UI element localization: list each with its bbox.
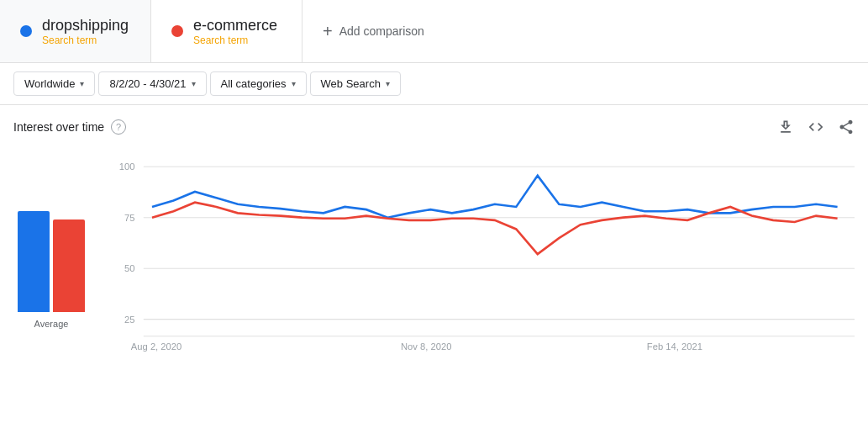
add-comparison-button[interactable]: + Add comparison xyxy=(302,0,445,62)
search-type-filter-label: Web Search xyxy=(321,77,381,90)
region-filter[interactable]: Worldwide ▾ xyxy=(13,71,95,96)
chart-svg: 100 75 50 25 Aug 2, 2020 Nov 8, 2020 Feb… xyxy=(109,149,855,354)
chart-area: Average 100 75 50 25 xyxy=(0,142,868,361)
plus-icon: + xyxy=(323,22,333,41)
legend-average-label: Average xyxy=(34,319,69,329)
search-type-filter[interactable]: Web Search ▾ xyxy=(310,71,401,96)
term-type-ecommerce: Search term xyxy=(193,34,277,46)
help-icon[interactable]: ? xyxy=(111,119,126,135)
date-chevron-icon: ▾ xyxy=(192,79,196,88)
dropshipping-line xyxy=(152,176,838,218)
chart-legend: Average xyxy=(0,149,109,354)
region-chevron-icon: ▾ xyxy=(80,79,84,88)
date-range-filter-label: 8/2/20 - 4/30/21 xyxy=(109,77,186,90)
date-range-filter[interactable]: 8/2/20 - 4/30/21 ▾ xyxy=(98,71,206,96)
filters-bar: Worldwide ▾ 8/2/20 - 4/30/21 ▾ All categ… xyxy=(0,63,868,105)
y-label-100: 100 xyxy=(119,161,135,172)
legend-bars xyxy=(18,177,85,312)
term-name-ecommerce: e-commerce xyxy=(193,17,277,34)
term-dot-ecommerce xyxy=(171,25,183,37)
y-label-50: 50 xyxy=(124,263,134,273)
search-term-ecommerce[interactable]: e-commerce Search term xyxy=(151,0,302,62)
term-info-ecommerce: e-commerce Search term xyxy=(193,17,277,46)
add-comparison-label: Add comparison xyxy=(339,24,424,38)
term-dot-dropshipping xyxy=(20,25,32,37)
term-type-dropshipping: Search term xyxy=(42,34,129,46)
share-button[interactable] xyxy=(838,119,855,135)
category-chevron-icon: ▾ xyxy=(292,79,296,88)
search-terms-bar: dropshipping Search term e-commerce Sear… xyxy=(0,0,868,63)
x-label-aug: Aug 2, 2020 xyxy=(131,341,181,351)
category-filter[interactable]: All categories ▾ xyxy=(210,71,307,96)
search-term-dropshipping[interactable]: dropshipping Search term xyxy=(0,0,151,62)
term-info-dropshipping: dropshipping Search term xyxy=(42,17,129,46)
download-button[interactable] xyxy=(777,119,794,135)
category-filter-label: All categories xyxy=(221,77,287,90)
search-type-chevron-icon: ▾ xyxy=(386,79,390,88)
chart-title-area: Interest over time ? xyxy=(13,119,126,135)
y-label-75: 75 xyxy=(124,213,134,223)
chart-section: Interest over time ? xyxy=(0,105,868,361)
chart-actions xyxy=(777,119,855,135)
legend-bar-dropshipping xyxy=(18,211,50,312)
y-label-25: 25 xyxy=(124,315,134,325)
legend-bar-ecommerce xyxy=(53,220,85,312)
term-name-dropshipping: dropshipping xyxy=(42,17,129,34)
chart-main: 100 75 50 25 Aug 2, 2020 Nov 8, 2020 Feb… xyxy=(109,149,868,354)
chart-title-text: Interest over time xyxy=(13,120,104,134)
ecommerce-line xyxy=(152,203,838,255)
x-label-nov: Nov 8, 2020 xyxy=(401,341,451,351)
embed-button[interactable] xyxy=(808,119,824,135)
x-label-feb: Feb 14, 2021 xyxy=(647,341,702,351)
chart-header: Interest over time ? xyxy=(0,119,868,142)
region-filter-label: Worldwide xyxy=(24,77,75,90)
